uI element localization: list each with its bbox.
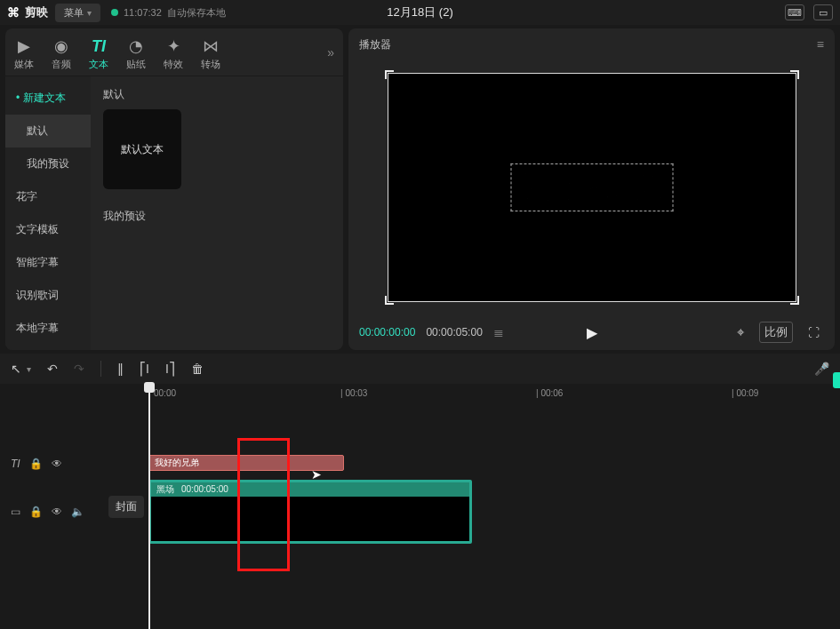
section-my-presets-label: 我的预设 — [103, 209, 331, 224]
sidebar-item-smart-subtitle[interactable]: 智能字幕 — [5, 246, 91, 279]
video-clip-time: 00:00:05:00 — [181, 482, 228, 497]
preset-default-text[interactable]: 默认文本 — [103, 109, 181, 189]
title-bar: ⌘ 剪映 菜单 ▾ 11:07:32 自动保存本地 12月18日 (2) ⌨ ▭ — [0, 0, 840, 25]
visibility-icon[interactable]: 👁 — [52, 506, 62, 518]
lock-icon[interactable]: 🔒 — [29, 458, 43, 470]
transition-icon: ⋈ — [203, 36, 219, 56]
track-video-head: ▭ 🔒 👁 🔈 — [0, 506, 102, 518]
autosave-indicator: 11:07:32 自动保存本地 — [111, 6, 226, 20]
side-tab-indicator[interactable] — [833, 372, 840, 388]
tab-sticker[interactable]: ◔ 贴纸 — [126, 33, 146, 71]
cover-button[interactable]: 封面 — [108, 496, 144, 518]
delete-icon[interactable]: 🗑 — [191, 362, 204, 376]
timeline-toolbar: ↖ ▾ ↶ ↷ ‖ ⎡I I⎤ 🗑 🎤 — [0, 354, 840, 384]
logo-icon: ⌘ — [7, 5, 20, 20]
ruler-label-1: | 00:03 — [340, 388, 367, 398]
menu-label: 菜单 — [64, 6, 84, 20]
visibility-icon[interactable]: 👁 — [52, 458, 62, 470]
corner-handle-bl[interactable] — [385, 296, 394, 305]
tab-media[interactable]: ▶ 媒体 — [14, 33, 34, 71]
media-icon: ▶ — [18, 36, 30, 56]
fullscreen-icon[interactable]: ⛶ — [804, 324, 824, 341]
video-track-icon: ▭ — [11, 506, 20, 518]
tab-fx-label: 特效 — [164, 58, 183, 71]
section-default-label: 默认 — [103, 87, 331, 102]
time-current: 00:00:00:00 — [359, 326, 415, 338]
time-total: 00:00:05:00 — [426, 326, 482, 338]
status-dot-icon — [111, 9, 118, 16]
preview-stage[interactable]: 我好的兄弟 — [348, 60, 835, 314]
separator — [100, 361, 101, 377]
playhead[interactable] — [148, 384, 150, 629]
preview-header: 播放器 ≡ — [348, 28, 835, 60]
segments-icon[interactable]: ≣ — [493, 325, 504, 339]
title-right-icons: ⌨ ▭ — [785, 4, 833, 20]
text-icon: TI — [92, 37, 106, 56]
corner-handle-tl[interactable] — [385, 70, 394, 79]
undo-icon[interactable]: ↶ — [47, 362, 58, 376]
preview-menu-icon[interactable]: ≡ — [817, 37, 824, 52]
sidebar-item-default[interactable]: 默认 — [5, 115, 91, 147]
text-overlay-box[interactable]: 我好的兄弟 — [510, 163, 673, 211]
audio-icon: ◉ — [54, 36, 68, 56]
trim-left-icon[interactable]: ⎡I — [140, 362, 149, 376]
lock-icon[interactable]: 🔒 — [29, 506, 43, 518]
split-icon[interactable]: ‖ — [117, 362, 124, 376]
tab-sticker-label: 贴纸 — [126, 58, 146, 71]
focus-icon[interactable]: ⌖ — [732, 322, 748, 342]
mute-icon[interactable]: 🔈 — [71, 506, 84, 518]
ruler-label-0: 00:00 — [154, 388, 176, 398]
menu-button[interactable]: 菜单 ▾ — [55, 4, 100, 22]
track-text: TI 🔒 👁 我好的兄弟 — [0, 451, 840, 476]
text-overlay-content: 我好的兄弟 — [518, 168, 665, 207]
sidebar-item-my-presets[interactable]: 我的预设 — [5, 147, 91, 180]
sidebar-item-lyrics[interactable]: 识别歌词 — [5, 279, 91, 312]
app-name: 剪映 — [25, 4, 48, 20]
text-clip[interactable]: 我好的兄弟 — [148, 455, 344, 471]
cursor-tool-icon[interactable]: ↖ — [11, 362, 21, 376]
tracks: TI 🔒 👁 我好的兄弟 ▭ 🔒 👁 🔈 黑场 — [0, 405, 840, 544]
tab-transition-label: 转场 — [201, 58, 220, 71]
play-button[interactable]: ▶ — [587, 324, 597, 341]
app-logo: ⌘ 剪映 — [7, 4, 48, 20]
chevron-down-icon[interactable]: ▾ — [27, 364, 31, 374]
fx-icon: ✦ — [167, 36, 180, 56]
sidebar-group-new-text[interactable]: • 新建文本 — [5, 82, 91, 115]
chevron-down-icon: ▾ — [87, 8, 92, 18]
sidebar-item-fancy[interactable]: 花字 — [5, 180, 91, 213]
trim-right-icon[interactable]: I⎤ — [165, 362, 175, 376]
project-name: 12月18日 (2) — [387, 4, 452, 20]
preview-title: 播放器 — [359, 37, 391, 52]
redo-icon[interactable]: ↷ — [74, 362, 84, 376]
track-text-lane[interactable]: 我好的兄弟 — [147, 451, 840, 476]
tab-media-label: 媒体 — [14, 58, 34, 71]
mic-icon[interactable]: 🎤 — [814, 362, 829, 376]
video-clip-label: 黑场 — [156, 482, 174, 497]
preset-tile-label: 默认文本 — [121, 142, 164, 157]
track-text-head: TI 🔒 👁 — [0, 458, 102, 470]
corner-handle-br[interactable] — [790, 296, 799, 305]
layout-icon[interactable]: ▭ — [813, 4, 833, 20]
preview-panel: 播放器 ≡ 我好的兄弟 00:00:00:00 00:00:05:00 ≣ ▶ … — [348, 28, 835, 350]
canvas-wrap: 我好的兄弟 — [388, 73, 796, 302]
keyboard-icon[interactable]: ⌨ — [785, 4, 804, 20]
track-video-lane[interactable]: 黑场 00:00:05:00 — [147, 480, 840, 544]
text-sidebar: • 新建文本 默认 我的预设 花字 文字模板 智能字幕 识别歌词 本地字幕 — [5, 76, 91, 350]
tab-text[interactable]: TI 文本 — [89, 34, 108, 71]
text-track-icon: TI — [11, 458, 20, 470]
sidebar-item-template[interactable]: 文字模板 — [5, 213, 91, 246]
text-presets-area: 默认 默认文本 我的预设 — [91, 76, 343, 350]
sticker-icon: ◔ — [129, 36, 143, 56]
sidebar-item-local-subtitle[interactable]: 本地字幕 — [5, 312, 91, 345]
resource-tabs: ▶ 媒体 ◉ 音频 TI 文本 ◔ 贴纸 ✦ 特效 ⋈ 转场 — [5, 28, 343, 76]
corner-handle-tr[interactable] — [790, 70, 799, 79]
tabs-expand-button[interactable]: » — [327, 45, 334, 60]
time-ruler[interactable]: 00:00 | 00:03 | 00:06 | 00:09 — [147, 384, 840, 405]
autosave-time: 11:07:32 — [124, 7, 162, 18]
video-clip[interactable]: 黑场 00:00:05:00 — [148, 480, 472, 544]
tab-transition[interactable]: ⋈ 转场 — [201, 33, 220, 71]
tab-audio[interactable]: ◉ 音频 — [52, 33, 71, 71]
tab-fx[interactable]: ✦ 特效 — [164, 33, 183, 71]
resource-panel: ▶ 媒体 ◉ 音频 TI 文本 ◔ 贴纸 ✦ 特效 ⋈ 转场 — [5, 28, 343, 350]
ratio-button[interactable]: 比例 — [759, 322, 793, 343]
